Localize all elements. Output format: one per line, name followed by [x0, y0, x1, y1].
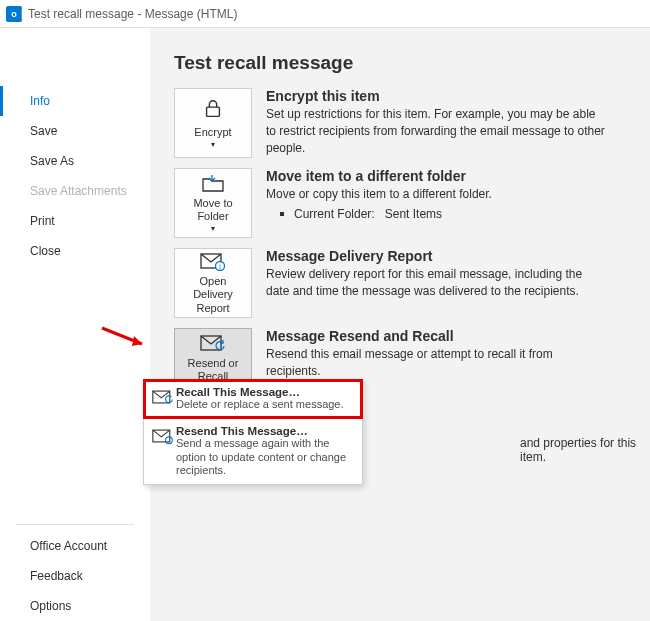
backstage-sidebar: Info Save Save As Save Attachments Print… [0, 28, 150, 621]
sidebar-item-close[interactable]: Close [0, 236, 150, 266]
move-title: Move item to a different folder [266, 168, 606, 184]
sidebar-item-office-account[interactable]: Office Account [0, 531, 150, 561]
menu-item-resend-this-message[interactable]: Resend This Message… Send a message agai… [144, 419, 362, 484]
encrypt-text: Set up restrictions for this item. For e… [266, 106, 606, 156]
tile-label: Move to Folder [193, 197, 232, 223]
open-delivery-report-tile[interactable]: i Open Delivery Report [174, 248, 252, 318]
page-title: Test recall message [174, 52, 626, 74]
outlook-icon: o [6, 6, 22, 22]
svg-point-7 [166, 437, 173, 444]
sidebar-item-label: Feedback [30, 569, 83, 583]
sidebar-item-label: Options [30, 599, 71, 613]
envelope-recall-icon [152, 388, 176, 406]
move-text: Move or copy this item to a different fo… [266, 186, 606, 203]
delivery-title: Message Delivery Report [266, 248, 606, 264]
sidebar-item-label: Info [30, 94, 50, 108]
resend-text: Resend this email message or attempt to … [266, 346, 606, 380]
envelope-refresh-icon [200, 333, 226, 353]
encrypt-title: Encrypt this item [266, 88, 606, 104]
sidebar-item-label: Save Attachments [30, 184, 127, 198]
envelope-resend-icon [152, 427, 176, 445]
sidebar-item-label: Print [30, 214, 55, 228]
menu-item-subtitle: Send a message again with the option to … [176, 437, 354, 478]
move-to-folder-tile[interactable]: Move to Folder ▾ [174, 168, 252, 238]
tile-label: Encrypt [194, 126, 231, 139]
current-folder-line: Current Folder: Sent Items [266, 207, 606, 221]
folder-move-icon [201, 173, 225, 193]
title-bar: o Test recall message - Message (HTML) [0, 0, 650, 28]
sidebar-item-save[interactable]: Save [0, 116, 150, 146]
chevron-down-icon: ▾ [211, 224, 215, 234]
tile-label: Open Delivery Report [179, 275, 247, 315]
menu-item-subtitle: Delete or replace a sent message. [176, 398, 344, 412]
sidebar-item-info[interactable]: Info [0, 86, 150, 116]
chevron-down-icon: ▾ [211, 140, 215, 150]
row-delivery: i Open Delivery Report Message Delivery … [174, 248, 626, 318]
sidebar-item-save-attachments: Save Attachments [0, 176, 150, 206]
sidebar-item-label: Save As [30, 154, 74, 168]
sidebar-item-print[interactable]: Print [0, 206, 150, 236]
menu-item-recall-this-message[interactable]: Recall This Message… Delete or replace a… [144, 380, 362, 418]
sidebar-item-label: Close [30, 244, 61, 258]
properties-trailing-text: and properties for this item. [520, 436, 650, 464]
sidebar-item-options[interactable]: Options [0, 591, 150, 621]
window-title: Test recall message - Message (HTML) [28, 7, 237, 21]
resend-title: Message Resend and Recall [266, 328, 606, 344]
svg-rect-0 [207, 107, 220, 116]
menu-item-title: Recall This Message… [176, 386, 344, 398]
lock-icon [202, 96, 224, 122]
row-encrypt: Encrypt ▾ Encrypt this item Set up restr… [174, 88, 626, 158]
sidebar-item-saveas[interactable]: Save As [0, 146, 150, 176]
bullet-icon [280, 212, 284, 216]
envelope-info-icon: i [200, 251, 226, 271]
delivery-text: Review delivery report for this email me… [266, 266, 606, 300]
encrypt-tile[interactable]: Encrypt ▾ [174, 88, 252, 158]
current-folder-label: Current Folder: [294, 207, 375, 221]
menu-item-title: Resend This Message… [176, 425, 354, 437]
sidebar-divider [16, 524, 134, 525]
sidebar-item-label: Office Account [30, 539, 107, 553]
sidebar-item-feedback[interactable]: Feedback [0, 561, 150, 591]
info-pane: Test recall message Encrypt ▾ Encrypt th… [150, 28, 650, 621]
sidebar-item-label: Save [30, 124, 57, 138]
row-move: Move to Folder ▾ Move item to a differen… [174, 168, 626, 238]
current-folder-value: Sent Items [385, 207, 442, 221]
resend-recall-menu: Recall This Message… Delete or replace a… [143, 379, 363, 485]
